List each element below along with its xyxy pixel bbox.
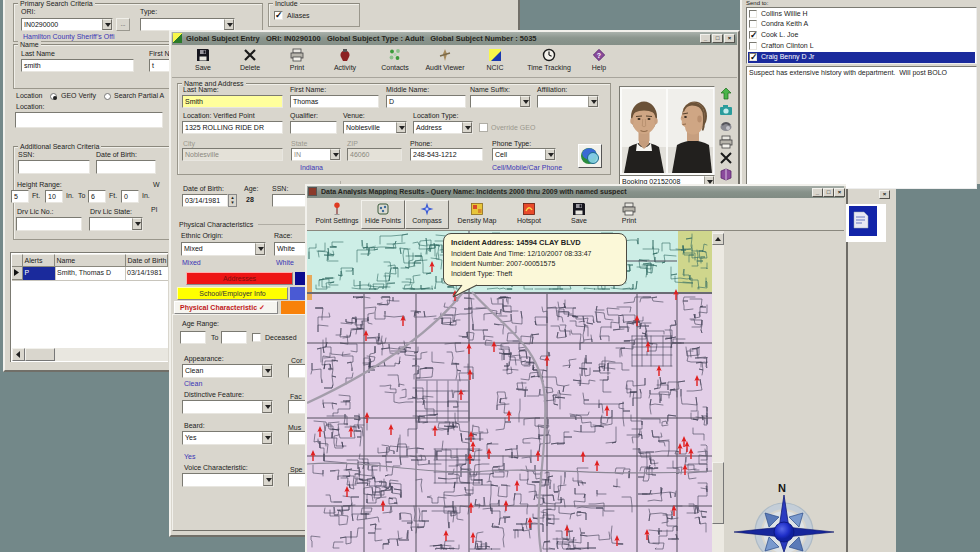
svg-text:N: N bbox=[778, 482, 786, 494]
svg-text:?: ? bbox=[597, 52, 601, 59]
